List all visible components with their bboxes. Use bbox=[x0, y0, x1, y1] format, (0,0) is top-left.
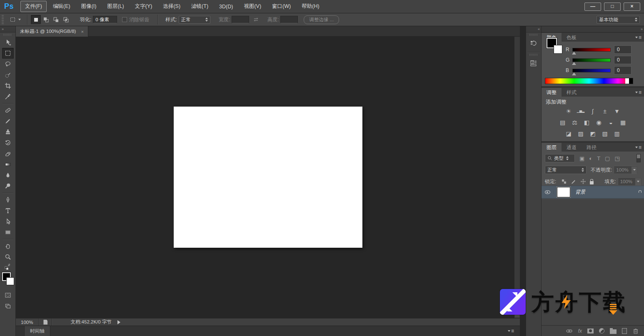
menu-file[interactable]: 文件(F) bbox=[20, 1, 47, 12]
dock-expand-icon[interactable]: « bbox=[538, 27, 539, 31]
green-slider[interactable] bbox=[572, 58, 611, 62]
tool-zoom[interactable] bbox=[2, 251, 14, 262]
screen-mode-button[interactable] bbox=[2, 301, 14, 311]
add-layer-mask-button[interactable] bbox=[587, 329, 594, 334]
fill-caret-button[interactable] bbox=[635, 178, 641, 185]
antialias-checkbox[interactable] bbox=[122, 17, 127, 22]
red-value-input[interactable]: 0 bbox=[614, 45, 632, 54]
tab-styles[interactable]: 样式 bbox=[562, 88, 582, 97]
menu-image[interactable]: 图像(I) bbox=[77, 1, 101, 12]
tool-quick-selection[interactable] bbox=[2, 70, 14, 80]
red-slider[interactable] bbox=[572, 48, 611, 52]
vibrance-button[interactable]: ▼ bbox=[612, 107, 622, 115]
timeline-menu-button[interactable]: ≡ bbox=[508, 328, 514, 334]
document-canvas[interactable] bbox=[174, 107, 362, 248]
tool-type[interactable] bbox=[2, 205, 14, 216]
blue-slider-thumb[interactable] bbox=[572, 72, 576, 75]
fill-dropdown[interactable]: 100% bbox=[618, 177, 642, 186]
document-tab[interactable]: 未标题-1 @ 100%(RGB/8) × bbox=[16, 26, 88, 37]
layer-thumbnail[interactable] bbox=[557, 187, 570, 197]
refine-edge-button[interactable]: 调整边缘 ... bbox=[304, 15, 339, 24]
menu-select[interactable]: 选择(S) bbox=[158, 1, 185, 12]
red-slider-thumb[interactable] bbox=[572, 52, 576, 55]
lock-position-button[interactable] bbox=[580, 179, 586, 184]
lock-all-button[interactable] bbox=[590, 179, 594, 184]
layer-effects-button[interactable]: fx bbox=[578, 328, 582, 334]
canvas-area[interactable] bbox=[16, 37, 520, 318]
invert-button[interactable]: ◪ bbox=[564, 129, 574, 138]
tool-move[interactable] bbox=[2, 37, 14, 48]
new-group-button[interactable] bbox=[610, 328, 617, 334]
intersect-selection-button[interactable] bbox=[61, 15, 71, 24]
delete-layer-button[interactable] bbox=[632, 328, 639, 334]
tab-paths[interactable]: 路径 bbox=[582, 143, 602, 152]
toolbar-expand-icon[interactable]: » bbox=[2, 27, 3, 31]
menu-filter[interactable]: 滤镜(T) bbox=[187, 1, 213, 12]
green-value-input[interactable]: 0 bbox=[614, 56, 632, 64]
hue-saturation-button[interactable]: ▤ bbox=[558, 118, 568, 127]
tool-history-brush[interactable] bbox=[2, 137, 14, 148]
height-input[interactable] bbox=[280, 16, 298, 23]
threshold-button[interactable]: ◩ bbox=[588, 129, 598, 138]
feather-input[interactable]: 0 像素 bbox=[93, 16, 117, 23]
blue-slider[interactable] bbox=[572, 69, 611, 72]
properties-panel-button[interactable] bbox=[527, 57, 540, 70]
adjustment-layer-filter-icon[interactable]: ◐ bbox=[589, 155, 592, 162]
tool-gradient[interactable] bbox=[2, 159, 14, 170]
layer-row-background[interactable]: 背景 bbox=[542, 186, 644, 199]
panel-background-swatch[interactable] bbox=[554, 45, 562, 54]
tool-rectangle-shape[interactable] bbox=[2, 227, 14, 238]
tool-crop[interactable] bbox=[2, 80, 14, 91]
opacity-dropdown[interactable]: 100% bbox=[614, 166, 638, 174]
minimize-button[interactable]: — bbox=[584, 2, 601, 11]
green-slider-thumb[interactable] bbox=[572, 62, 576, 65]
blue-value-input[interactable]: 0 bbox=[614, 66, 632, 75]
vertical-scrollbar[interactable] bbox=[514, 37, 520, 318]
tool-path-selection[interactable] bbox=[2, 216, 14, 227]
tool-preset-picker[interactable] bbox=[6, 14, 24, 25]
filter-toggle-switch[interactable] bbox=[637, 154, 641, 162]
quick-mask-button[interactable] bbox=[2, 290, 14, 301]
tool-blur[interactable] bbox=[2, 170, 14, 181]
levels-button[interactable]: ▁▅▂ bbox=[576, 107, 586, 115]
tab-channels[interactable]: 通道 bbox=[562, 143, 582, 152]
color-panel-menu-button[interactable]: ≡ bbox=[635, 35, 642, 40]
document-close-icon[interactable]: × bbox=[81, 29, 83, 34]
tool-rectangular-marquee[interactable] bbox=[2, 48, 14, 59]
link-layers-button[interactable] bbox=[566, 329, 573, 334]
zoom-level-field[interactable]: 100% bbox=[21, 320, 33, 325]
new-adjustment-layer-button[interactable] bbox=[599, 328, 604, 334]
width-input[interactable] bbox=[232, 16, 249, 23]
type-layer-filter-icon[interactable]: T bbox=[597, 155, 600, 162]
color-spectrum-ramp[interactable] bbox=[545, 78, 633, 84]
smart-object-filter-icon[interactable]: ◳ bbox=[614, 155, 619, 162]
swap-dimensions-icon[interactable] bbox=[252, 17, 260, 22]
color-lookup-button[interactable]: ▦ bbox=[618, 118, 628, 127]
shape-layer-filter-icon[interactable]: ▢ bbox=[605, 155, 610, 162]
lock-transparent-pixels-button[interactable] bbox=[562, 179, 567, 184]
dock-collapse-icon[interactable]: » bbox=[641, 27, 642, 31]
menu-type[interactable]: 文字(Y) bbox=[130, 1, 157, 12]
black-white-button[interactable]: ◧ bbox=[582, 118, 592, 127]
menu-window[interactable]: 窗口(W) bbox=[267, 1, 295, 12]
menu-view[interactable]: 视图(V) bbox=[239, 1, 266, 12]
tool-eraser[interactable] bbox=[2, 148, 14, 159]
background-color-swatch[interactable] bbox=[6, 277, 14, 285]
maximize-button[interactable]: □ bbox=[604, 2, 621, 11]
white-chip[interactable] bbox=[625, 78, 629, 84]
opacity-caret-button[interactable] bbox=[631, 167, 637, 174]
swap-colors-control[interactable] bbox=[2, 262, 14, 271]
curves-button[interactable]: ∫ bbox=[588, 107, 598, 115]
tool-pen[interactable] bbox=[2, 194, 14, 205]
tool-hand[interactable] bbox=[2, 241, 14, 251]
timeline-tab[interactable]: 时间轴 bbox=[24, 326, 50, 336]
new-layer-button[interactable] bbox=[622, 328, 627, 334]
exposure-button[interactable]: ± bbox=[600, 107, 610, 115]
menu-3d[interactable]: 3D(D) bbox=[215, 2, 237, 12]
menu-layer[interactable]: 图层(L) bbox=[102, 1, 128, 12]
tool-spot-healing-brush[interactable] bbox=[2, 105, 14, 116]
new-selection-button[interactable] bbox=[31, 15, 41, 24]
adjustments-panel-menu-button[interactable]: ≡ bbox=[635, 90, 642, 95]
selective-color-button[interactable]: ▥ bbox=[612, 129, 622, 138]
blend-mode-dropdown[interactable]: 正常 bbox=[545, 166, 587, 174]
